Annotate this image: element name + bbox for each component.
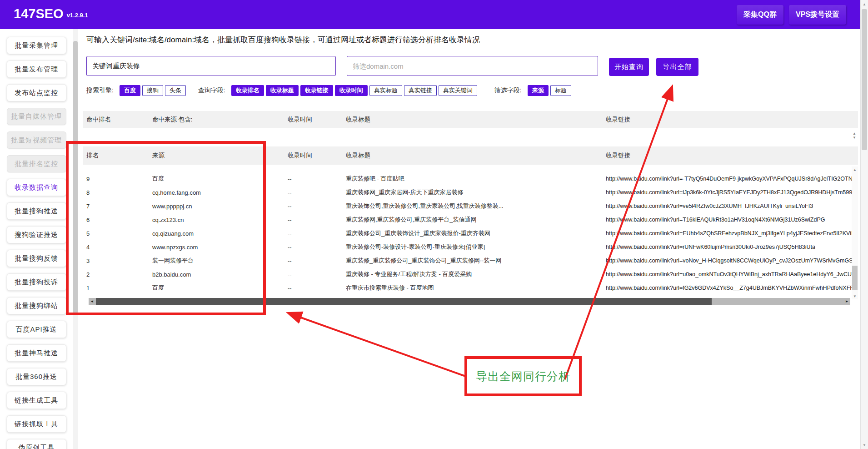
table-horizontal-scrollbar[interactable]: ◄ ► xyxy=(89,298,850,305)
table-row: 5cq.qizuang.com--重庆装修公司_重庆装饰设计_重庆家装报价-重庆… xyxy=(83,227,858,240)
inner-header-index-title: 收录标题 xyxy=(346,146,370,165)
cell-rank: 3 xyxy=(86,254,90,267)
filter-chip[interactable]: 收录标题 xyxy=(266,85,299,96)
cell-source: www.pppppj.cn xyxy=(152,199,192,213)
engine-chips: 百度搜狗头条 xyxy=(120,85,186,96)
table-inner-header: 排名 来源 收录时间 收录标题 收录链接 xyxy=(83,146,858,165)
cell-link[interactable]: http://www.baidu.com/link?url=fG2v6GDVx4… xyxy=(606,281,853,295)
start-query-button[interactable]: 开始查询 xyxy=(609,58,649,76)
table-vertical-scrollbar[interactable]: ▲ ▼ xyxy=(852,166,858,299)
query-fields-label: 查询字段: xyxy=(198,86,225,95)
sidebar-item[interactable]: 发布站点监控 xyxy=(7,84,66,101)
cell-title: 重庆装修_重庆装修公司_重庆装饰公司_重庆装修网--装一网 xyxy=(346,254,501,267)
outer-header-hit-rank: 命中排名 xyxy=(86,111,111,128)
sidebar: 批量采集管理批量发布管理发布站点监控批量自媒体管理批量短视频管理批量排名监控收录… xyxy=(0,29,73,449)
sidebar-item[interactable]: 批量神马推送 xyxy=(7,344,66,362)
scroll-down-icon[interactable]: ▼ xyxy=(852,293,858,299)
cell-time: -- xyxy=(288,240,292,254)
sidebar-item[interactable]: 搜狗验证推送 xyxy=(7,226,66,243)
sidebar-item[interactable]: 链接生成工具 xyxy=(7,392,66,409)
header-nav: 采集QQ群 VPS拨号设置 xyxy=(737,5,846,25)
filter-chip[interactable]: 真实链接 xyxy=(404,85,437,96)
scroll-left-icon[interactable]: ◄ xyxy=(89,298,95,305)
inner-header-index-link: 收录链接 xyxy=(606,146,630,165)
page-scroll-up-icon[interactable]: ▲ xyxy=(861,0,868,8)
sidebar-item[interactable]: 批量360推送 xyxy=(7,368,66,385)
filter-chip[interactable]: 收录排名 xyxy=(231,85,264,96)
cell-title: 重庆装饰公司,重庆装修公司,重庆家装公司,找重庆装修整装... xyxy=(346,199,504,213)
nav-vps-settings-button[interactable]: VPS拨号设置 xyxy=(789,5,846,25)
filter-chip[interactable]: 搜狗 xyxy=(142,85,163,96)
nav-qq-group-button[interactable]: 采集QQ群 xyxy=(737,5,783,25)
cell-title: 重庆装修吧 - 百度贴吧 xyxy=(346,172,404,186)
cell-source: 装一网装修平台 xyxy=(152,254,194,267)
scroll-right-icon[interactable]: ► xyxy=(843,298,850,305)
cell-source: 百度 xyxy=(152,281,164,295)
cell-time: -- xyxy=(288,227,292,240)
annotation-box-callout xyxy=(466,358,580,395)
sidebar-item[interactable]: 收录数据查询 xyxy=(7,179,66,196)
annotation-callout-text: 导出全网同行分析 xyxy=(466,358,580,395)
sidebar-item: 批量自媒体管理 xyxy=(7,108,66,125)
cell-link[interactable]: http://www.baidu.com/link?url=u0ao_omkNT… xyxy=(606,267,853,281)
cell-time: -- xyxy=(288,199,292,213)
cell-link[interactable]: http://www.baidu.com/link?url=rUNFwK60lu… xyxy=(606,240,815,254)
page-scrollbar[interactable]: ▲ ▼ xyxy=(860,0,868,449)
filter-chip[interactable]: 真实标题 xyxy=(369,85,402,96)
cell-link[interactable]: http://www.baidu.com/link?url=ve5l4RZIw0… xyxy=(606,199,813,213)
filter-chip[interactable]: 头条 xyxy=(165,85,186,96)
cell-source: cq.zx123.cn xyxy=(152,213,184,227)
cell-link[interactable]: http://www.baidu.com/link?url=lJp3k6k-0Y… xyxy=(606,186,853,199)
sidebar-item[interactable]: 批量发布管理 xyxy=(7,61,66,78)
cell-rank: 7 xyxy=(86,199,90,213)
stepper-up-icon[interactable]: ▲ xyxy=(853,132,856,136)
cell-source: b2b.baidu.com xyxy=(152,267,191,281)
sidebar-item[interactable]: 链接抓取工具 xyxy=(7,415,66,433)
filter-chip[interactable]: 真实关键词 xyxy=(439,85,477,96)
outer-header-hit-source: 命中来源 包含: xyxy=(152,111,193,128)
inner-header-index-time: 收录时间 xyxy=(288,146,312,165)
logo-text: 147SEO xyxy=(14,6,64,21)
domain-filter-input[interactable] xyxy=(347,56,598,76)
cell-time: -- xyxy=(288,186,292,199)
cell-link[interactable]: http://www.baidu.com/link?url=-T7tyQ5n4D… xyxy=(606,172,853,186)
cell-link[interactable]: http://www.baidu.com/link?url=EUhb4sZQhS… xyxy=(606,227,853,240)
table-vscroll-thumb[interactable] xyxy=(852,266,858,290)
cell-rank: 5 xyxy=(86,227,90,240)
cell-link[interactable]: http://www.baidu.com/link?url=T16kiEAQUk… xyxy=(606,213,825,227)
page-scrollbar-thumb[interactable] xyxy=(862,9,867,150)
sidebar-item[interactable]: 批量搜狗推送 xyxy=(7,202,66,220)
page-scroll-down-icon[interactable]: ▼ xyxy=(861,441,868,449)
sidebar-scrollbar-thumb[interactable] xyxy=(73,41,78,314)
sidebar-scrollbar[interactable] xyxy=(73,29,78,449)
sidebar-item[interactable]: 百度API推送 xyxy=(7,321,66,338)
cell-time: -- xyxy=(288,172,292,186)
inner-header-source: 来源 xyxy=(152,146,165,165)
cell-time: -- xyxy=(288,267,292,281)
sidebar-item[interactable]: 批量搜狗投诉 xyxy=(7,273,66,291)
scroll-up-icon[interactable]: ▲ xyxy=(852,166,858,173)
cell-rank: 2 xyxy=(86,267,90,281)
cell-source: 百度 xyxy=(152,172,164,186)
filter-chip[interactable]: 收录时间 xyxy=(335,85,368,96)
sidebar-item[interactable]: 批量采集管理 xyxy=(7,37,66,54)
filter-chip[interactable]: 标题 xyxy=(550,85,571,96)
outer-header-index-link: 收录链接 xyxy=(606,111,630,128)
table-hscroll-thumb[interactable] xyxy=(96,298,712,305)
outer-header-index-title: 收录标题 xyxy=(346,111,370,128)
sidebar-item[interactable]: 伪原创工具 xyxy=(7,439,66,449)
sidebar-item[interactable]: 批量搜狗反馈 xyxy=(7,250,66,267)
version-label: v1.2.9.1 xyxy=(67,12,88,19)
filter-chip[interactable]: 收录链接 xyxy=(300,85,333,96)
export-all-button[interactable]: 导出全部 xyxy=(656,58,698,76)
sidebar-item[interactable]: 批量搜狗绑站 xyxy=(7,297,66,314)
inner-header-rank: 排名 xyxy=(86,146,99,165)
stepper-down-icon[interactable]: ▼ xyxy=(853,136,856,140)
cell-rank: 8 xyxy=(86,186,90,199)
filter-chip[interactable]: 来源 xyxy=(528,85,549,96)
keyword-input[interactable] xyxy=(86,56,336,76)
cell-link[interactable]: http://www.baidu.com/link?url=voNov_H-HC… xyxy=(606,254,853,267)
table-row: 9百度--重庆装修吧 - 百度贴吧http://www.baidu.com/li… xyxy=(83,172,858,186)
cell-rank: 4 xyxy=(86,240,90,254)
filter-chip[interactable]: 百度 xyxy=(120,85,140,96)
